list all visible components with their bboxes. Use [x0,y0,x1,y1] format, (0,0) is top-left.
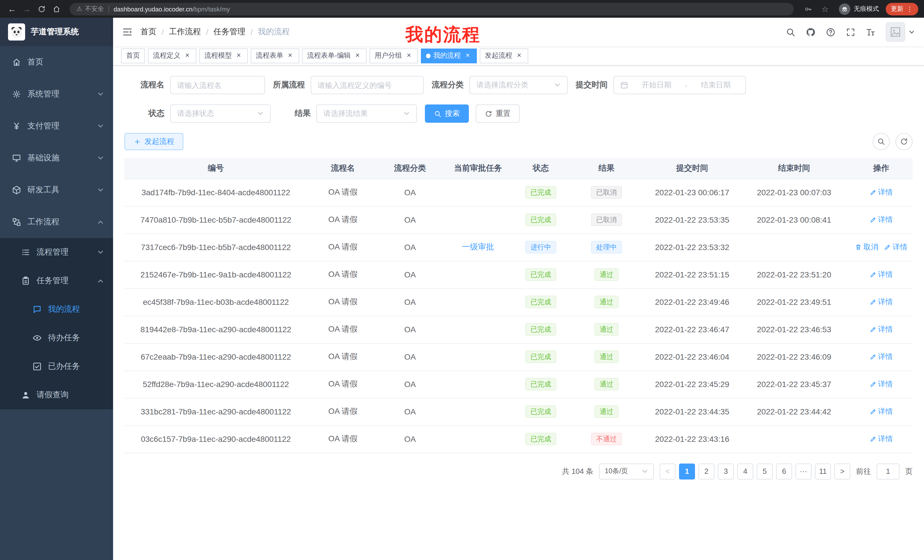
sidebar-item[interactable]: 待办任务 [0,324,113,352]
pager-ellipsis[interactable]: ··· [795,463,812,479]
pager-prev-button[interactable]: < [660,463,676,479]
row-actions: 详情 [870,270,893,280]
page-button[interactable]: 2 [698,463,714,479]
tab-流程模型[interactable]: 流程模型× [199,48,248,63]
tab-流程表单[interactable]: 流程表单× [251,48,299,63]
sidebar-item[interactable]: 流程管理 [0,238,113,267]
page-button[interactable]: 4 [737,463,753,479]
hamburger-icon[interactable] [122,27,132,37]
help-icon[interactable] [826,27,836,37]
sidebar-item[interactable]: 我的流程 [0,295,113,324]
password-key-icon[interactable] [804,5,812,13]
github-icon[interactable] [806,27,816,37]
tab-close-icon[interactable]: × [405,52,413,60]
action-detail-link[interactable]: 详情 [870,187,893,198]
cell-category: OA [379,398,441,425]
sidebar-item[interactable]: 首页 [0,46,113,78]
cell-end-time [738,425,850,453]
browser-home-button[interactable] [50,3,63,15]
incognito-badge: 无痕模式 [839,3,879,15]
browser-back-button[interactable]: ← [6,3,18,15]
cell-submit-time: 2022-01-22 23:53:35 [646,206,738,234]
home-icon [11,58,22,67]
page-size-select[interactable]: 10条/页 [599,463,654,479]
cell-current-task [441,288,514,316]
divider [108,5,109,12]
breadcrumb-item[interactable]: 任务管理 [214,27,246,37]
app-logo[interactable]: 芋道管理系统 [0,18,113,46]
tab-流程定义[interactable]: 流程定义× [148,48,196,63]
sidebar-item[interactable]: 工作流程 [0,206,113,238]
sidebar-item[interactable]: 研发工具 [0,174,113,206]
sidebar-item[interactable]: 基础设施 [0,142,113,174]
cell-current-task [441,261,514,288]
tab-close-icon[interactable]: × [235,52,243,60]
tab-close-icon[interactable]: × [515,52,523,60]
action-detail-link[interactable]: 详情 [870,379,893,389]
page-button[interactable]: 1 [679,463,695,479]
page-button[interactable]: 3 [718,463,734,479]
tab-close-icon[interactable]: × [354,52,362,60]
action-detail-link[interactable]: 详情 [870,297,893,307]
browser-update-button[interactable]: 更新 ⋮ [886,3,918,15]
cell-status: 已完成 [514,370,567,398]
action-detail-link[interactable]: 详情 [870,215,893,225]
user-avatar[interactable] [886,22,915,42]
browser-refresh-button[interactable] [35,3,48,15]
cell-result: 通过 [567,316,646,343]
sidebar-item[interactable]: 支付管理 [0,110,113,142]
result-tag: 通过 [594,378,618,391]
action-label: 详情 [878,379,893,389]
tab-用户分组[interactable]: 用户分组× [369,48,418,63]
current-task-link[interactable]: 一级审批 [462,242,494,251]
goto-page-input[interactable] [877,463,900,479]
cell-process-name: OA 请假 [307,206,379,234]
pager-next-button[interactable]: > [834,463,850,479]
font-size-icon[interactable] [866,27,876,37]
filter-input[interactable] [310,76,424,94]
tab-首页[interactable]: 首页× [121,48,145,63]
tab-发起流程[interactable]: 发起流程× [480,48,528,63]
tab-close-icon[interactable]: × [464,52,472,60]
sidebar-item[interactable]: 请假查询 [0,381,113,409]
fullscreen-icon[interactable] [846,27,855,37]
toggle-search-button[interactable] [873,133,890,150]
breadcrumb-item[interactable]: 工作流程 [169,27,201,37]
tab-close-icon[interactable]: × [286,52,294,60]
sidebar-item[interactable]: 系统管理 [0,78,113,110]
status-tag: 已完成 [525,186,556,199]
reset-button[interactable]: 重置 [476,105,520,123]
action-detail-link[interactable]: 详情 [870,352,893,362]
create-process-button[interactable]: 发起流程 [124,133,183,150]
kebab-menu-icon[interactable]: ⋮ [906,5,913,13]
tab-流程表单-编辑[interactable]: 流程表单-编辑× [302,48,367,63]
sidebar-item-label: 待办任务 [48,333,113,343]
filter-select[interactable]: 请选择流结果 [316,105,417,123]
search-button[interactable]: 搜索 [425,105,469,123]
action-detail-link[interactable]: 详情 [884,242,908,252]
address-bar[interactable]: ⚠ 不安全 dashboard.yudao.iocoder.cn/bpm/tas… [70,3,794,15]
sidebar-item[interactable]: 任务管理 [0,267,113,295]
filter-daterange[interactable]: 开始日期-结束日期 [614,76,746,94]
action-detail-link[interactable]: 详情 [870,270,893,280]
bookmark-star-icon[interactable]: ☆ [822,4,829,13]
breadcrumb-item[interactable]: 首页 [141,27,156,37]
filter-select[interactable]: 请选择流程分类 [470,76,568,94]
filter-input[interactable] [170,76,265,94]
page-button[interactable]: 11 [815,463,831,479]
search-icon[interactable] [786,27,795,37]
page-button[interactable]: 5 [757,463,772,479]
action-detail-link[interactable]: 详情 [870,406,893,417]
action-cancel-link[interactable]: 取消 [855,242,878,252]
refresh-table-button[interactable] [896,133,913,150]
page-button[interactable]: 6 [776,463,792,479]
sidebar-item[interactable]: 已办任务 [0,352,113,381]
tab-我的流程[interactable]: 我的流程× [421,48,477,63]
action-detail-link[interactable]: 详情 [870,324,893,334]
cell-end-time: 2022-01-22 23:44:42 [738,398,850,425]
filter-select[interactable]: 请选择状态 [170,105,271,123]
browser-forward-button[interactable]: → [21,3,33,15]
action-detail-link[interactable]: 详情 [870,434,893,444]
tab-close-icon[interactable]: × [183,52,191,60]
chevron-down-icon [97,155,104,162]
